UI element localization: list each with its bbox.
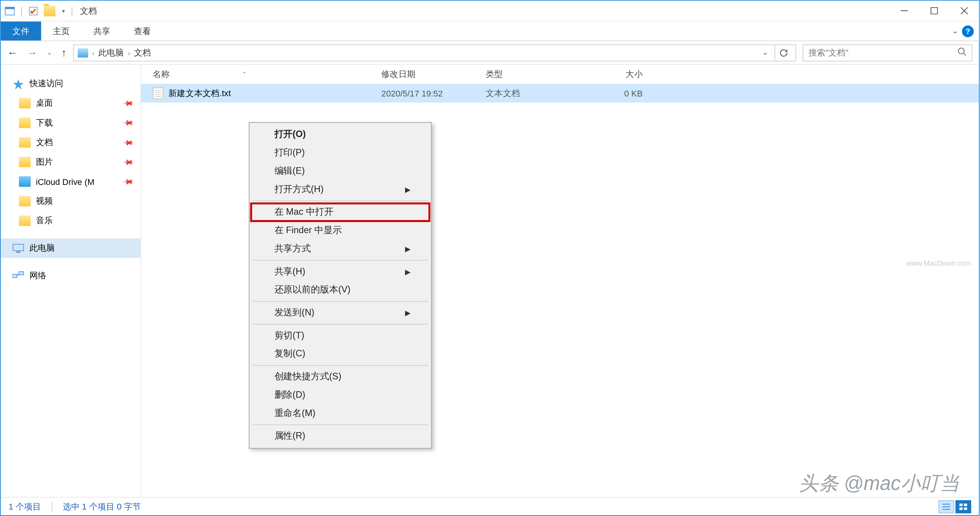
sidebar-icloud[interactable]: iCloud Drive (M📌 xyxy=(1,172,140,191)
menu-cut[interactable]: 剪切(T) xyxy=(251,327,430,345)
search-input[interactable] xyxy=(808,48,939,58)
sidebar-pictures[interactable]: 图片📌 xyxy=(1,152,140,171)
watermark-url: www.MacDown.com xyxy=(906,259,971,267)
sidebar-documents[interactable]: 文档📌 xyxy=(1,132,140,152)
folder-icon xyxy=(44,6,56,16)
menu-rename[interactable]: 重命名(M) xyxy=(251,404,430,423)
ribbon-expand-icon[interactable]: ⌄ xyxy=(952,27,958,35)
app-icon xyxy=(5,6,15,16)
history-dropdown-icon[interactable]: ⌄ xyxy=(46,48,52,57)
refresh-button[interactable] xyxy=(774,45,791,60)
menu-properties[interactable]: 属性(R) xyxy=(251,427,430,446)
svg-rect-12 xyxy=(12,274,17,278)
tab-home[interactable]: 主页 xyxy=(41,21,82,40)
folder-icon xyxy=(19,216,31,226)
file-type: 文本文档 xyxy=(486,88,590,100)
status-item-count: 1 个项目 xyxy=(8,501,41,513)
tab-share[interactable]: 共享 xyxy=(82,21,122,40)
separator xyxy=(52,501,52,511)
back-button[interactable]: ← xyxy=(7,47,18,59)
cloud-icon xyxy=(19,176,31,187)
menu-restore-versions[interactable]: 还原以前的版本(V) xyxy=(251,281,430,299)
submenu-arrow-icon: ▶ xyxy=(405,185,410,194)
sidebar-this-pc[interactable]: 此电脑 xyxy=(1,238,140,258)
folder-icon xyxy=(19,137,31,147)
column-size[interactable]: 大小 xyxy=(590,68,642,80)
menu-show-in-finder[interactable]: 在 Finder 中显示 xyxy=(251,221,430,240)
title-bar: | ▾ | 文档 xyxy=(1,1,979,22)
forward-button[interactable]: → xyxy=(27,47,37,59)
tab-file[interactable]: 文件 xyxy=(1,21,41,40)
column-date[interactable]: 修改日期 xyxy=(381,68,486,80)
menu-delete[interactable]: 删除(D) xyxy=(251,386,430,404)
sidebar-label: 桌面 xyxy=(36,97,53,109)
sidebar-videos[interactable]: 视频 xyxy=(1,191,140,211)
window-title: 文档 xyxy=(80,5,97,17)
file-row[interactable]: 新建文本文档.txt 2020/5/17 19:52 文本文档 0 KB xyxy=(141,84,979,103)
sidebar-downloads[interactable]: 下载📌 xyxy=(1,113,140,132)
chevron-right-icon[interactable]: › xyxy=(92,49,95,56)
column-type[interactable]: 类型 xyxy=(486,68,590,80)
status-bar: 1 个项目 选中 1 个项目 0 字节 xyxy=(1,497,979,515)
text-file-icon xyxy=(153,88,163,100)
menu-open[interactable]: 打开(O) xyxy=(251,126,430,144)
address-dropdown-icon[interactable]: ⌄ xyxy=(762,48,768,57)
menu-copy[interactable]: 复制(C) xyxy=(251,345,430,363)
navigation-pane: 快速访问 桌面📌 下载📌 文档📌 图片📌 iCloud Drive (M📌 视频… xyxy=(1,65,141,496)
menu-share[interactable]: 共享(H)▶ xyxy=(251,263,430,281)
view-details-button[interactable] xyxy=(939,500,954,513)
folder-icon xyxy=(19,98,31,108)
pc-icon xyxy=(12,243,24,253)
sidebar-desktop[interactable]: 桌面📌 xyxy=(1,93,140,113)
menu-create-shortcut[interactable]: 创建快捷方式(S) xyxy=(251,367,430,386)
menu-separator xyxy=(252,301,429,302)
svg-rect-4 xyxy=(931,8,937,14)
sidebar-label: 文档 xyxy=(36,137,53,149)
sidebar-label: 下载 xyxy=(36,117,53,129)
up-button[interactable]: ↑ xyxy=(61,47,67,59)
address-bar[interactable]: › 此电脑 › 文档 ⌄ xyxy=(73,44,796,61)
menu-share-mode[interactable]: 共享方式▶ xyxy=(251,240,430,258)
svg-rect-19 xyxy=(964,503,967,506)
separator: | xyxy=(20,5,23,17)
sidebar-label: 网络 xyxy=(29,270,46,282)
breadcrumb-thispc[interactable]: 此电脑 xyxy=(98,47,124,59)
menu-print[interactable]: 打印(P) xyxy=(251,144,430,162)
minimize-button[interactable] xyxy=(889,0,919,21)
sidebar-label: 视频 xyxy=(36,195,53,207)
column-name[interactable]: 名称 xyxy=(153,68,170,80)
menu-open-with[interactable]: 打开方式(H)▶ xyxy=(251,180,430,199)
menu-send-to[interactable]: 发送到(N)▶ xyxy=(251,304,430,322)
tab-view[interactable]: 查看 xyxy=(122,21,163,40)
svg-rect-10 xyxy=(13,244,23,251)
sidebar-music[interactable]: 音乐 xyxy=(1,211,140,230)
breadcrumb-documents[interactable]: 文档 xyxy=(134,47,151,59)
maximize-button[interactable] xyxy=(919,0,949,21)
qat-dropdown-icon[interactable]: ▾ xyxy=(62,8,65,14)
folder-icon xyxy=(19,118,31,128)
chevron-right-icon[interactable]: › xyxy=(128,49,130,56)
context-menu: 打开(O) 打印(P) 编辑(E) 打开方式(H)▶ 在 Mac 中打开 在 F… xyxy=(249,122,432,449)
search-icon[interactable] xyxy=(957,47,967,59)
file-name: 新建文本文档.txt xyxy=(168,88,381,100)
qat-properties-icon[interactable] xyxy=(28,6,39,16)
menu-separator xyxy=(252,201,429,201)
search-box[interactable] xyxy=(803,44,973,61)
submenu-arrow-icon: ▶ xyxy=(405,309,410,317)
svg-rect-21 xyxy=(964,507,967,510)
pin-icon: 📌 xyxy=(122,116,134,129)
folder-icon xyxy=(19,157,31,167)
help-button[interactable]: ? xyxy=(962,25,974,37)
sidebar-network[interactable]: 网络 xyxy=(1,266,140,285)
menu-open-in-mac[interactable]: 在 Mac 中打开 xyxy=(251,203,430,222)
sidebar-quick-access[interactable]: 快速访问 xyxy=(1,74,140,93)
sort-indicator-icon: ⌃ xyxy=(242,70,247,78)
pin-icon: 📌 xyxy=(122,175,134,188)
view-icons-button[interactable] xyxy=(956,500,971,513)
sidebar-label: iCloud Drive (M xyxy=(36,176,95,186)
menu-edit[interactable]: 编辑(E) xyxy=(251,162,430,180)
svg-rect-1 xyxy=(5,7,15,9)
close-button[interactable] xyxy=(949,0,979,21)
svg-point-7 xyxy=(959,48,964,54)
menu-separator xyxy=(252,324,429,325)
